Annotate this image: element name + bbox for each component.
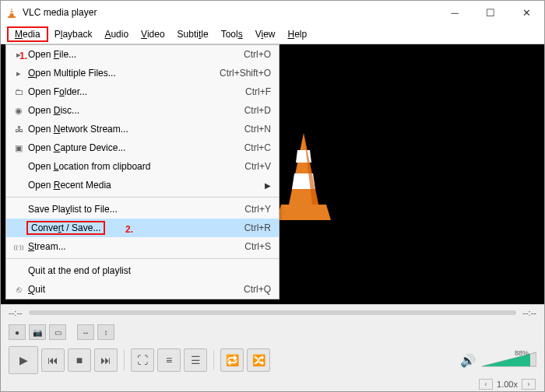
menu-item-label: Save Playlist to File...: [26, 204, 244, 215]
svg-marker-5: [276, 205, 331, 220]
seek-slider[interactable]: [29, 310, 517, 315]
window-controls: ─ ☐ ✕: [437, 1, 544, 24]
separator: [124, 350, 125, 370]
menu-item-shortcut: Ctrl+C: [244, 142, 271, 153]
menu-item-icon: 🖧: [11, 124, 26, 134]
time-elapsed: --:--: [9, 308, 23, 317]
menu-item-shortcut: Ctrl+Shift+O: [220, 68, 271, 79]
menu-separator: [6, 197, 279, 198]
advanced-toolbar: ● 📷 ▭ ↔ ↕: [1, 320, 544, 344]
media-menu-dropdown: ▸Open File...Ctrl+O▸Open Multiple Files.…: [5, 44, 280, 299]
extended-settings-button[interactable]: ≡: [157, 348, 181, 372]
menu-item-label: Open Disc...: [26, 105, 244, 116]
playback-speed: 1.00x: [497, 380, 518, 389]
svg-marker-0: [9, 8, 14, 16]
menu-video[interactable]: Video: [135, 26, 171, 42]
fullscreen-button[interactable]: ⛶: [131, 348, 154, 372]
previous-button[interactable]: ⏮: [41, 348, 65, 372]
svg-rect-1: [8, 16, 16, 18]
menu-item-label: Open Capture Device...: [26, 142, 244, 153]
menu-item[interactable]: Save Playlist to File...Ctrl+Y: [6, 200, 279, 219]
volume-slider[interactable]: 88%: [482, 351, 536, 369]
menu-item-shortcut: Ctrl+Q: [244, 284, 271, 295]
menu-item-label: Open Network Stream...: [26, 124, 244, 135]
maximize-button[interactable]: ☐: [473, 1, 508, 24]
menu-help[interactable]: Help: [281, 26, 313, 42]
close-button[interactable]: ✕: [508, 1, 544, 24]
menu-item-shortcut: Ctrl+D: [244, 105, 271, 116]
svg-rect-3: [10, 12, 13, 13]
menu-audio[interactable]: Audio: [98, 26, 135, 42]
menu-subtitle[interactable]: Subtitle: [171, 26, 215, 42]
minimize-button[interactable]: ─: [437, 1, 473, 24]
stop-button[interactable]: ■: [68, 348, 91, 372]
menu-item-icon: 🗀: [11, 87, 26, 96]
speed-down-button[interactable]: ‹: [479, 379, 493, 390]
menu-media[interactable]: Media: [7, 26, 48, 42]
menu-item-shortcut: Ctrl+N: [244, 124, 271, 135]
shuffle-button[interactable]: 🔀: [247, 348, 270, 372]
menu-playback[interactable]: Playback: [48, 26, 99, 42]
menu-item-label: Open Multiple Files...: [26, 68, 220, 79]
menu-item-label: Open Folder...: [26, 86, 245, 97]
annotation-1: 1.: [19, 51, 27, 61]
menu-item-label: Stream...: [26, 241, 244, 252]
frame-button[interactable]: ▭: [49, 324, 66, 340]
vlc-logo-icon: [270, 128, 337, 222]
menu-item[interactable]: 🖧Open Network Stream...Ctrl+N: [6, 120, 279, 138]
vlc-window: VLC media player ─ ☐ ✕ Media Playback Au…: [0, 0, 545, 392]
menu-item[interactable]: Quit at the end of playlist: [6, 261, 279, 280]
menu-view[interactable]: View: [249, 26, 282, 42]
menu-item[interactable]: Open Recent Media▶: [6, 176, 279, 194]
step-button[interactable]: ↕: [97, 324, 114, 340]
menu-item[interactable]: ▣Open Capture Device...Ctrl+C: [6, 138, 279, 157]
next-button[interactable]: ⏭: [94, 348, 118, 372]
seek-row: --:-- --:--: [1, 305, 544, 320]
vlc-cone-icon: [5, 6, 18, 19]
loop-button[interactable]: 🔁: [220, 348, 244, 372]
menu-item-icon: ((·)): [11, 243, 26, 250]
menu-item-icon: ▣: [11, 143, 26, 153]
menu-item-label: Quit: [26, 284, 244, 295]
menubar: Media Playback Audio Video Subtitle Tool…: [1, 24, 544, 44]
menu-item-shortcut: Ctrl+O: [244, 49, 271, 60]
control-panel: --:-- --:-- ● 📷 ▭ ↔ ↕ ▶ ⏮ ■ ⏭ ⛶ ≡ ☰ 🔁 🔀 …: [1, 304, 544, 391]
volume-percent: 88%: [515, 349, 529, 357]
main-controls: ▶ ⏮ ■ ⏭ ⛶ ≡ ☰ 🔁 🔀 🔊 88%: [1, 344, 544, 376]
speed-up-button[interactable]: ›: [522, 379, 536, 390]
record-button[interactable]: ●: [9, 324, 26, 340]
menu-item-shortcut: Ctrl+Y: [244, 204, 271, 215]
svg-rect-2: [11, 10, 13, 11]
play-button[interactable]: ▶: [9, 346, 38, 374]
playlist-button[interactable]: ☰: [184, 348, 207, 372]
time-total: --:--: [522, 308, 536, 317]
volume-icon[interactable]: 🔊: [460, 353, 476, 368]
menu-item[interactable]: 🗀Open Folder...Ctrl+F: [6, 82, 279, 101]
menu-item-shortcut: Ctrl+F: [245, 86, 271, 97]
separator: [213, 350, 214, 370]
menu-item[interactable]: ▸Open File...Ctrl+O: [6, 45, 279, 64]
menu-item-shortcut: Ctrl+R: [244, 222, 271, 233]
menu-separator: [6, 258, 279, 259]
menu-item-shortcut: Ctrl+S: [244, 241, 271, 252]
menu-item-icon: ⎋: [11, 285, 26, 294]
annotation-2: 2.: [125, 224, 133, 235]
menu-tools[interactable]: Tools: [215, 26, 249, 42]
ab-loop-button[interactable]: ↔: [77, 324, 94, 340]
menu-item-label: Open File...: [26, 49, 244, 60]
menu-item-label: Open Location from clipboard: [26, 161, 244, 172]
snapshot-button[interactable]: 📷: [29, 324, 46, 340]
submenu-arrow-icon: ▶: [265, 181, 271, 190]
menu-item[interactable]: ⎋QuitCtrl+Q: [6, 280, 279, 299]
menu-item[interactable]: Convert / Save...Ctrl+R: [6, 219, 279, 237]
menu-item-shortcut: Ctrl+V: [244, 161, 271, 172]
menu-item[interactable]: ◉Open Disc...Ctrl+D: [6, 101, 279, 120]
menu-item[interactable]: ((·))Stream...Ctrl+S: [6, 237, 279, 256]
menu-item[interactable]: Open Location from clipboardCtrl+V: [6, 157, 279, 176]
menu-item-label: Quit at the end of playlist: [26, 265, 271, 276]
menu-item-label: Convert / Save...: [26, 221, 105, 235]
status-bar: ‹ 1.00x ›: [1, 376, 544, 392]
menu-item[interactable]: ▸Open Multiple Files...Ctrl+Shift+O: [6, 64, 279, 82]
menu-item-label: Open Recent Media: [26, 180, 271, 191]
titlebar: VLC media player ─ ☐ ✕: [1, 1, 544, 24]
